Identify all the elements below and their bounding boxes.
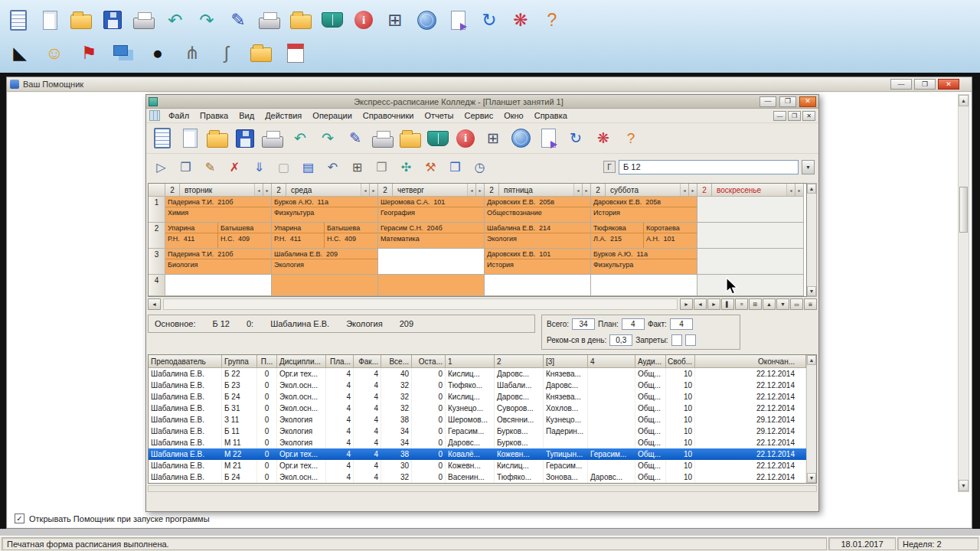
mini-calendar-icon[interactable]: ⊞: [346, 157, 368, 178]
record-nav-button-1[interactable]: ◄: [694, 298, 707, 310]
notes-icon[interactable]: [150, 126, 175, 151]
remove-lesson-icon[interactable]: ✗: [224, 157, 246, 178]
smiley-icon[interactable]: ☺: [41, 39, 68, 67]
calculator-icon[interactable]: ⊞: [381, 6, 409, 34]
assistant-scrollbar[interactable]: ▲ ▼: [958, 94, 969, 492]
schedule-cell[interactable]: [697, 197, 804, 223]
refresh-icon[interactable]: ↻: [475, 6, 503, 34]
column-header-11[interactable]: 4: [588, 355, 635, 368]
info-icon[interactable]: [350, 6, 377, 34]
copy-lessons-icon[interactable]: ❐: [371, 157, 393, 178]
schedule-cell[interactable]: Шеромова С.А. 101География: [378, 197, 485, 223]
schedule-cell[interactable]: Даровских Е.В. 101История: [485, 249, 591, 275]
day-prev-icon[interactable]: ◂: [361, 184, 370, 196]
schedule-cell[interactable]: Герасим С.Н. 204бМатематика: [378, 223, 485, 249]
cascade-icon[interactable]: ❒: [444, 157, 466, 178]
day-lesson-count[interactable]: 2: [165, 184, 180, 196]
record-nav-button-9[interactable]: ≣: [804, 298, 817, 310]
info-icon[interactable]: [453, 126, 478, 151]
schedule-cell[interactable]: УпаринаР.Н. 411БатышеваН.С. 409: [272, 223, 378, 249]
pin-icon[interactable]: ✣: [395, 157, 417, 178]
edit-icon[interactable]: ✎: [343, 126, 368, 151]
table-row-9[interactable]: Шабалина Е.В.М 210Орг.и тех...44300Кожев…: [149, 460, 806, 471]
refresh-icon[interactable]: ↻: [564, 126, 588, 151]
scroll-down-icon[interactable]: ▼: [959, 480, 969, 491]
column-header-10[interactable]: [3]: [544, 355, 588, 368]
day-lesson-count[interactable]: 2: [378, 184, 393, 196]
menu-item-8[interactable]: Окно: [498, 109, 529, 122]
combobox-dropdown-icon[interactable]: ▼: [802, 160, 815, 174]
startup-checkbox[interactable]: [15, 514, 24, 523]
new-document-icon[interactable]: [178, 126, 202, 151]
schedule-scroll-up-icon[interactable]: ▲: [807, 184, 816, 194]
table-row-7[interactable]: Шабалина Е.В.М 110Экология44340Даровс...…: [149, 437, 806, 448]
menu-item-9[interactable]: Справка: [529, 109, 573, 122]
day-prev-icon[interactable]: ◂: [574, 184, 583, 196]
help-icon[interactable]: ?: [538, 6, 566, 34]
app-close-button[interactable]: ✕: [799, 96, 816, 107]
schedule-cell[interactable]: [378, 249, 485, 275]
day-name[interactable]: пятница: [499, 184, 574, 196]
menu-item-6[interactable]: Отчеты: [419, 109, 459, 122]
column-header-14[interactable]: Окончан...: [695, 355, 806, 368]
column-header-8[interactable]: 1: [446, 355, 495, 368]
app-minimize-button[interactable]: —: [760, 96, 776, 107]
menu-item-5[interactable]: Справочники: [358, 109, 420, 122]
table-row-4[interactable]: Шабалина Е.В.Б 310Экол.осн...44320Кузнец…: [149, 403, 806, 414]
app-titlebar[interactable]: Экспресс-расписание Колледж - [Планшет з…: [146, 95, 818, 109]
table-vertical-scrollbar[interactable]: ▲ ▼: [806, 355, 816, 483]
folder-documents-icon[interactable]: [398, 126, 423, 151]
schedule-scroll-down-icon[interactable]: ▼: [807, 286, 816, 296]
new-document-icon[interactable]: [36, 6, 64, 34]
record-nav-button-5[interactable]: ⊞: [749, 298, 762, 310]
day-next-icon[interactable]: ▸: [370, 184, 378, 196]
copy-page-icon[interactable]: [444, 6, 472, 34]
day-name[interactable]: воскресенье: [712, 184, 787, 196]
save-icon[interactable]: [99, 6, 126, 34]
day-next-icon[interactable]: ▸: [263, 184, 272, 196]
scrollbar-thumb[interactable]: [959, 187, 968, 233]
notes-icon[interactable]: [5, 6, 32, 34]
print-form-icon[interactable]: [371, 126, 395, 151]
schedule-cell[interactable]: Даровских Е.В. 205вОбществознание: [485, 197, 591, 223]
folder-documents-icon[interactable]: [287, 6, 315, 34]
day-name[interactable]: суббота: [606, 184, 681, 196]
record-nav-button-2[interactable]: ►: [707, 298, 720, 310]
record-nav-button-6[interactable]: ▲: [763, 298, 776, 310]
folder-small-icon[interactable]: [247, 39, 275, 67]
settings-icon[interactable]: ❋: [507, 6, 534, 34]
day-next-icon[interactable]: ▸: [476, 184, 485, 196]
schedule-vertical-scrollbar[interactable]: ▲ ▼: [807, 183, 817, 297]
redo-icon[interactable]: ↷: [315, 126, 340, 151]
schedule-cell[interactable]: [591, 275, 697, 296]
schedule-cell[interactable]: Шабалина Е.В. 209Экология: [272, 249, 378, 275]
schedule-cell[interactable]: [378, 275, 485, 296]
table-row-2[interactable]: Шабалина Е.В.Б 230Экол.осн...44320Тюфяко…: [149, 380, 806, 391]
sheet-forward-icon[interactable]: ▷: [150, 157, 172, 178]
app-restore-button[interactable]: ❐: [779, 96, 796, 107]
flag-icon[interactable]: ⚑: [75, 39, 103, 67]
schedule-cell[interactable]: [485, 275, 591, 296]
schedule-cell[interactable]: [272, 275, 378, 296]
day-next-icon[interactable]: ▸: [583, 184, 591, 196]
scroll-up-icon[interactable]: ▲: [959, 95, 969, 106]
close-button[interactable]: ✕: [938, 79, 959, 90]
table-row-10[interactable]: Шабалина Е.В.Б 240Экол.осн...44320Васени…: [149, 471, 806, 483]
clock-icon[interactable]: ◷: [469, 157, 491, 178]
schedule-cell[interactable]: [697, 223, 804, 249]
calendar-icon[interactable]: [282, 39, 309, 67]
schedule-cell[interactable]: Бурков А.Ю. 11аФизкультура: [272, 197, 378, 223]
schedule-cell[interactable]: Шабалина Е.В. 214Экология: [485, 223, 591, 249]
schedule-cell[interactable]: Падерина Т.И. 210бБиология: [165, 249, 272, 275]
print-icon[interactable]: [260, 126, 285, 151]
schedule-cell[interactable]: [165, 275, 272, 296]
sheet-disabled-icon[interactable]: ▢: [273, 157, 295, 178]
print-icon[interactable]: [130, 6, 158, 34]
calculator-icon[interactable]: ⊞: [481, 126, 505, 151]
column-header-3[interactable]: Дисципли...: [277, 355, 326, 368]
table-row-1[interactable]: Шабалина Е.В.Б 220Орг.и тех...44400Кисли…: [149, 368, 806, 380]
column-header-6[interactable]: Все...: [381, 355, 412, 368]
schedule-cell[interactable]: [697, 275, 804, 296]
mdi-close-button[interactable]: ✕: [802, 111, 815, 121]
menu-item-7[interactable]: Сервис: [459, 109, 498, 122]
